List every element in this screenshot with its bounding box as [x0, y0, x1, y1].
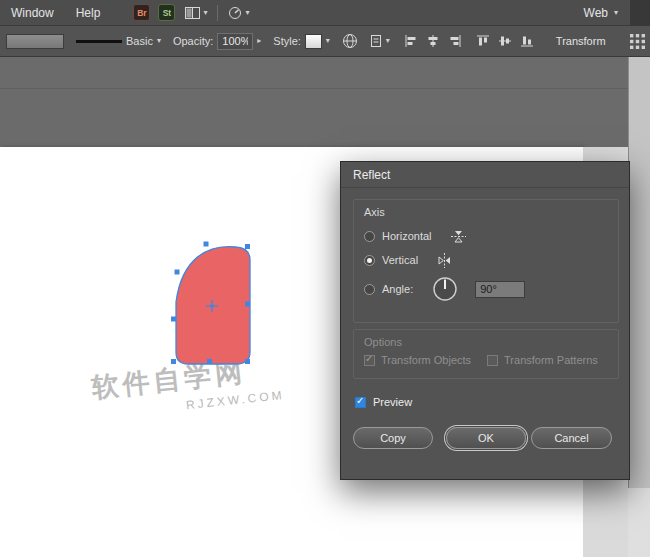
angle-dial-icon[interactable] [432, 276, 458, 302]
transform-patterns-label: Transform Patterns [504, 354, 598, 366]
ok-button[interactable]: OK [446, 427, 526, 449]
workspace-switcher[interactable]: Web ▾ [584, 6, 618, 20]
reflect-vertical-icon [437, 253, 452, 268]
axis-group: Axis Horizontal Vertical [353, 199, 619, 323]
align-right-icon[interactable] [448, 34, 462, 48]
radio-circle-horizontal[interactable] [364, 231, 375, 242]
document-setup-button[interactable]: ▾ [370, 34, 390, 48]
radio-label-vertical: Vertical [382, 254, 418, 266]
align-top-icon[interactable] [476, 34, 490, 48]
arrange-documents-button[interactable]: ▾ [185, 7, 207, 19]
chevron-right-icon[interactable]: ▸ [257, 37, 261, 45]
chevron-down-icon: ▾ [245, 9, 249, 17]
options-group: Options Transform Objects Transform Patt… [353, 329, 619, 379]
document-icon [370, 34, 382, 48]
style-label: Style: [273, 35, 301, 47]
free-transform-grid-icon[interactable] [630, 34, 645, 49]
reflect-horizontal-icon [451, 229, 466, 244]
stock-icon[interactable]: St [158, 4, 175, 21]
control-bar: Basic ▾ Opacity: ▸ Style: ▾ [0, 26, 650, 57]
menu-bar: Window Help Br St ▾ ▾ Web ▾ [0, 0, 650, 26]
align-bottom-icon[interactable] [520, 34, 534, 48]
radio-vertical[interactable]: Vertical [364, 252, 452, 268]
align-center-icon[interactable] [426, 34, 440, 48]
bridge-icon[interactable]: Br [133, 4, 150, 21]
stroke-style-dropdown[interactable]: Basic ▾ [76, 35, 161, 47]
preview-checkbox[interactable]: Preview [355, 396, 412, 408]
radio-angle[interactable]: Angle: [364, 276, 525, 302]
chevron-down-icon: ▾ [326, 37, 330, 45]
panel-dock-edge[interactable] [628, 57, 650, 557]
opacity-control: Opacity: ▸ [173, 33, 261, 50]
stroke-style-label: Basic [126, 35, 153, 47]
panel-dock-edge-lower [628, 488, 650, 557]
radio-horizontal[interactable]: Horizontal [364, 228, 466, 244]
angle-input[interactable] [475, 281, 525, 298]
illustrator-window: Window Help Br St ▾ ▾ Web ▾ [0, 0, 650, 557]
transform-patterns-checkbox: Transform Patterns [487, 354, 598, 366]
radio-circle-angle[interactable] [364, 284, 375, 295]
arrange-documents-icon [185, 7, 200, 19]
pasteboard-seam [0, 88, 628, 89]
axis-legend: Axis [364, 206, 385, 218]
cancel-button[interactable]: Cancel [531, 427, 612, 449]
opacity-label: Opacity: [173, 35, 213, 47]
document-color-mode-button[interactable] [342, 33, 358, 49]
radio-label-horizontal: Horizontal [382, 230, 432, 242]
copy-button[interactable]: Copy [353, 427, 433, 449]
align-middle-icon[interactable] [498, 34, 512, 48]
fill-swatch-dropdown[interactable] [6, 34, 64, 49]
stroke-preview-icon [76, 40, 122, 43]
preview-label: Preview [373, 396, 412, 408]
options-checkboxes: Transform Objects Transform Patterns [364, 354, 598, 366]
reflect-dialog: Reflect Axis Horizontal Vertical [340, 161, 630, 480]
align-horizontal-group [404, 34, 462, 48]
opacity-input[interactable] [217, 33, 253, 50]
globe-icon [342, 33, 358, 49]
options-legend: Options [364, 336, 402, 348]
document-workspace: 软件自学网 RJZXW.COM [0, 57, 650, 557]
menu-help[interactable]: Help [65, 6, 112, 20]
chevron-down-icon: ▾ [386, 37, 390, 45]
transform-objects-label: Transform Objects [381, 354, 471, 366]
gpu-performance-icon [228, 6, 242, 20]
transform-objects-checkbox: Transform Objects [364, 354, 471, 366]
menubar-divider [217, 5, 218, 21]
align-left-icon[interactable] [404, 34, 418, 48]
dialog-title[interactable]: Reflect [341, 162, 629, 188]
radio-circle-vertical[interactable] [364, 255, 375, 266]
chevron-down-icon: ▾ [203, 9, 207, 17]
workspace-label: Web [584, 6, 608, 20]
menu-window[interactable]: Window [0, 6, 65, 20]
transform-panel-link[interactable]: Transform [556, 35, 606, 47]
style-control[interactable]: Style: ▾ [273, 34, 330, 49]
menubar-corner [630, 0, 650, 26]
gpu-performance-button[interactable]: ▾ [228, 6, 249, 20]
checkbox-box [487, 355, 498, 366]
align-vertical-group [476, 34, 534, 48]
radio-label-angle: Angle: [382, 283, 413, 295]
checkbox-box[interactable] [355, 397, 366, 408]
chevron-down-icon: ▾ [614, 9, 618, 17]
style-swatch[interactable] [305, 34, 322, 49]
chevron-down-icon: ▾ [157, 37, 161, 45]
checkbox-box [364, 355, 375, 366]
